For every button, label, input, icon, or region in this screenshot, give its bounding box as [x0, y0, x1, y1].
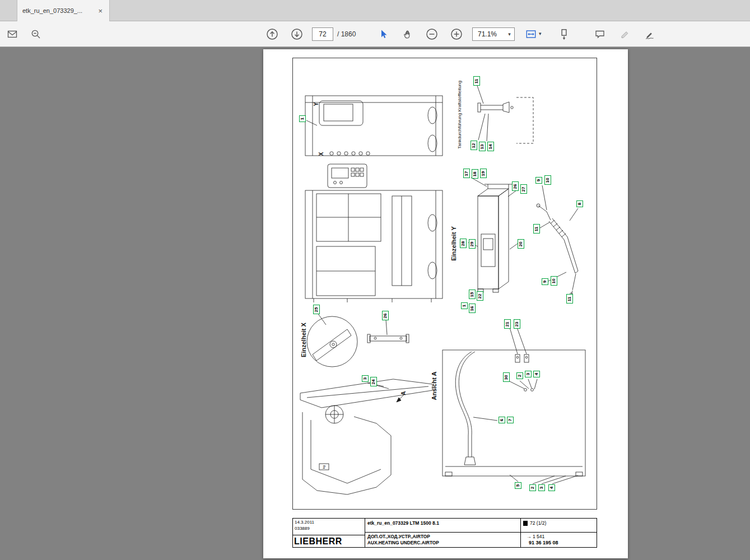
- part-number: 91 36 195 08: [521, 539, 597, 545]
- callout-30: 30: [503, 372, 510, 382]
- callout-10: 10: [551, 276, 557, 286]
- callout-6: 6: [499, 417, 505, 423]
- callout-21: 21: [504, 319, 511, 329]
- doc-title-en: AUX.HEATING UNDERC.AIRTOP: [367, 540, 518, 546]
- hand-icon: [402, 29, 413, 40]
- next-page-button[interactable]: [288, 26, 306, 43]
- kg-label: kg: [322, 463, 326, 471]
- previous-page-button[interactable]: [263, 26, 281, 43]
- axis-x-label: X: [318, 151, 324, 157]
- doc-number: 033889: [295, 526, 363, 532]
- highlighter-icon: [619, 29, 631, 40]
- pdf-viewer-window: etk_ru_en_073329_... ×: [0, 0, 750, 560]
- zoom-level-dropdown[interactable]: 71.1% ▾: [472, 27, 515, 41]
- callout-19: 19: [480, 169, 487, 178]
- callout-3: 3: [362, 375, 369, 382]
- doc-title-ru: ДОП.ОТ.,ХОД.УСТР.,AIRTOP: [367, 534, 518, 540]
- callout-4: 4: [533, 371, 540, 377]
- callout-11: 11: [473, 76, 480, 86]
- fit-width-icon: [525, 28, 537, 40]
- callout-23: 23: [514, 319, 520, 329]
- callout-27: 27: [520, 184, 527, 194]
- detail-x-label: Einzelheit X: [300, 320, 308, 360]
- tab-close-icon[interactable]: ×: [96, 7, 104, 15]
- callout-5: 5: [515, 482, 521, 489]
- liebherr-logo: LIEBHERR: [293, 535, 365, 548]
- callout-24: 24: [370, 377, 377, 386]
- callout-3: 3: [525, 371, 532, 377]
- doc-id: etk_ru_en_073329 LTM 1500 8.1: [365, 519, 520, 533]
- page-icon: [523, 521, 528, 526]
- select-tool-button[interactable]: [374, 26, 392, 43]
- plus-circle-icon: [450, 28, 463, 40]
- callout-2: 2: [529, 484, 536, 491]
- main-toolbar: / 1860 71.1%: [0, 21, 750, 47]
- pdf-page: Tankdurchführung Kraftstoffleitung Einze…: [263, 49, 628, 558]
- signature-pen-icon: [644, 29, 655, 40]
- callout-13: 13: [479, 142, 486, 151]
- magnifier-icon: [30, 29, 41, 40]
- zoom-in-button[interactable]: [448, 26, 465, 43]
- arrow-up-circle-icon: [266, 28, 278, 40]
- callout-7: 7: [507, 417, 514, 423]
- ref-number: 1 541: [533, 534, 544, 539]
- fit-chevron-icon: ▾: [539, 31, 542, 36]
- callout-25: 25: [313, 305, 320, 314]
- callout-15: 15: [469, 290, 476, 299]
- callout-26: 26: [512, 181, 519, 191]
- arrow-down-circle-icon: [291, 28, 303, 40]
- doc-date: 14.3.2011: [295, 520, 363, 526]
- callout-8: 8: [576, 200, 583, 207]
- callout-10: 10: [544, 175, 551, 185]
- page-count-label: / 1860: [337, 21, 356, 47]
- callout-2: 2: [516, 372, 523, 379]
- scroll-pages-icon: [558, 28, 570, 40]
- callout-1: 1: [299, 115, 306, 122]
- axis-y-label: Y: [313, 101, 319, 108]
- callout-9: 9: [542, 278, 548, 285]
- zoom-out-button[interactable]: [423, 26, 441, 43]
- arrow-a-label: A: [400, 390, 407, 396]
- callout-14: 14: [487, 142, 494, 151]
- callout-11: 11: [566, 294, 573, 304]
- callout-1: 1: [461, 302, 468, 309]
- page-number-input[interactable]: [312, 27, 333, 41]
- callout-9: 9: [535, 177, 542, 184]
- document-viewer: Tankdurchführung Kraftstoffleitung Einze…: [0, 48, 750, 560]
- title-block: 14.3.2011 033889 LIEBHERR etk_ru_en_0733…: [292, 518, 597, 548]
- search-button[interactable]: [27, 26, 45, 43]
- callout-28: 28: [460, 239, 467, 248]
- page-scrolling-button[interactable]: [555, 26, 573, 43]
- email-button[interactable]: [3, 26, 21, 43]
- callout-3: 3: [538, 484, 545, 491]
- zoom-level-value: 71.1%: [473, 30, 505, 38]
- hand-tool-button[interactable]: [399, 26, 417, 43]
- tank-note-label: Tankdurchführung Kraftstoffleitung: [456, 78, 463, 151]
- titleblock-right: 72 (1/2) → 1 541 91 36 195 08: [521, 519, 597, 547]
- callout-4: 4: [548, 484, 555, 491]
- callout-12: 12: [471, 141, 477, 150]
- document-tab[interactable]: etk_ru_en_073329_... ×: [17, 0, 110, 21]
- view-a-label: Ansicht A: [430, 370, 438, 402]
- fit-page-button[interactable]: [522, 26, 540, 43]
- cursor-arrow-icon: [378, 29, 389, 40]
- highlight-button[interactable]: [616, 26, 634, 43]
- minus-circle-icon: [426, 28, 438, 40]
- callout-20: 20: [518, 239, 524, 249]
- fill-sign-button[interactable]: [641, 26, 659, 43]
- envelope-icon: [7, 29, 18, 40]
- comment-bubble-icon: [594, 29, 605, 40]
- callout-18: 18: [472, 169, 478, 179]
- callout-29: 29: [469, 239, 476, 249]
- callout-22: 22: [477, 291, 483, 301]
- callout-16: 16: [469, 304, 476, 313]
- chevron-down-icon: ▾: [505, 31, 514, 37]
- titleblock-center: etk_ru_en_073329 LTM 1500 8.1 ДОП.ОТ.,ХО…: [365, 519, 521, 547]
- callout-26: 26: [382, 311, 389, 320]
- comment-button[interactable]: [591, 26, 609, 43]
- tab-title: etk_ru_en_073329_...: [22, 7, 93, 14]
- detail-y-label: Einzelheit Y: [450, 224, 458, 263]
- ref-arrow-icon: →: [527, 534, 532, 539]
- tab-bar: etk_ru_en_073329_... ×: [0, 0, 750, 21]
- callout-11: 11: [533, 224, 540, 234]
